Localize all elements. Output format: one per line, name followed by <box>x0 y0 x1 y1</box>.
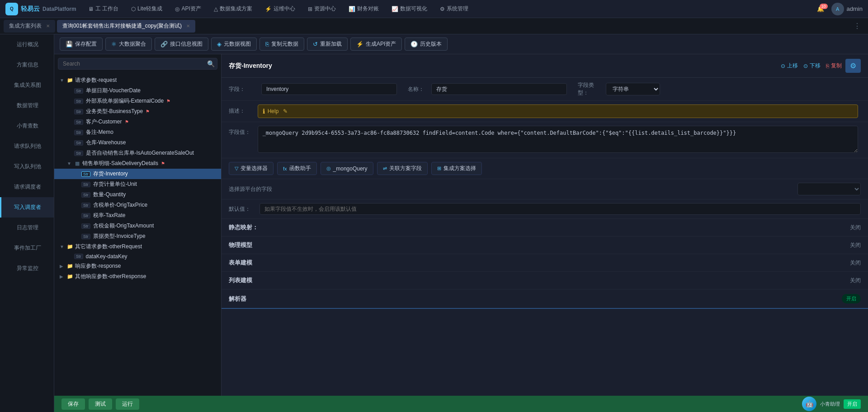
sidebar-item-write-scheduler[interactable]: 写入调度者 <box>0 197 54 218</box>
nav-lite[interactable]: ⬡ Lite轻集成 <box>127 3 167 14</box>
source-field-select[interactable] <box>797 183 861 195</box>
assistant-start-btn[interactable]: 开启 <box>844 399 861 409</box>
copy-detail-icon: ⎘ <box>826 63 829 69</box>
sidebar-item-write-queue[interactable]: 写入队列池 <box>0 156 54 177</box>
type-select[interactable]: 字符串 <box>606 83 660 95</box>
sidebar-item-anomaly[interactable]: 异常监控 <box>0 258 54 279</box>
action-btns-row: ▽ 变量选择器 fx 函数助手 ◎ _mongoQuery ⇌ 关联方案字段 <box>222 158 868 179</box>
system-icon: ⚙ <box>440 6 445 12</box>
help-icon: ℹ <box>263 108 265 115</box>
tree-node-otherresponse[interactable]: ▶ 📁 其他响应参数-otherResponse <box>54 271 221 282</box>
search-icon[interactable]: 🔍 <box>207 60 215 67</box>
tree-node-unit[interactable]: Str 存货计量单位-Unit <box>54 179 221 189</box>
workbench-icon: 🖥 <box>88 6 94 12</box>
nav-ops[interactable]: ⚡ 运维中心 <box>260 3 300 14</box>
sidebar-item-request-queue[interactable]: 请求队列池 <box>0 136 54 156</box>
tree-node-origtaxamount[interactable]: Str 含税金额-OrigTaxAmount <box>54 221 221 231</box>
bigdata-aggregate-button[interactable]: ⚛ 大数据聚合 <box>105 38 152 51</box>
data-icon: △ <box>214 6 218 12</box>
sidebar-item-data[interactable]: 数据管理 <box>0 95 54 116</box>
run-btn[interactable]: 运行 <box>116 398 139 410</box>
more-tabs-btn[interactable]: ⋮ <box>850 20 864 32</box>
link-field-btn[interactable]: ⇌ 关联方案字段 <box>377 162 428 175</box>
interface-view-button[interactable]: 🔗 接口信息视图 <box>155 38 208 51</box>
tree-node-customer[interactable]: Str 客户-Customer ⚑ <box>54 117 221 127</box>
folder-icon: 📁 <box>67 77 73 83</box>
history-button[interactable]: 🕐 历史版本 <box>405 38 448 51</box>
tree-scroll[interactable]: ▼ 📁 请求参数-request Str 单据日期-VoucherDate <box>54 73 221 412</box>
tab-list[interactable]: 集成方案列表 ✕ <box>4 20 55 33</box>
sidebar-item-query[interactable]: 小青查数 <box>0 116 54 136</box>
nav-api[interactable]: ◎ API资产 <box>170 3 205 14</box>
static-map-value: 关闭 <box>850 224 861 232</box>
logo-icon: Q <box>5 3 18 15</box>
tree-node-response[interactable]: ▶ 📁 响应参数-response <box>54 261 221 271</box>
user-menu[interactable]: A admin <box>831 3 863 15</box>
tree-node-invoicetype[interactable]: Str 票据类型-InvoiceType <box>54 231 221 242</box>
tree-node-warehouse[interactable]: Str 仓库-Warehouse <box>54 137 221 148</box>
gen-api-button[interactable]: ⚡ 生成API资产 <box>350 38 402 51</box>
field-input[interactable] <box>261 83 397 95</box>
sidebar-item-request-scheduler[interactable]: 请求调度者 <box>0 177 54 197</box>
tree-node-origtaxprice[interactable]: Str 含税单价-OrigTaxPrice <box>54 200 221 210</box>
tree-node-voucherdate[interactable]: Str 单据日期-VoucherDate <box>54 85 221 96</box>
meta-view-button[interactable]: ◈ 元数据视图 <box>211 38 257 51</box>
move-down-btn[interactable]: ⊙ 下移 <box>803 62 821 70</box>
test-btn[interactable]: 测试 <box>89 398 112 410</box>
func-icon: fx <box>283 166 287 171</box>
tree-node-externalcode[interactable]: Str 外部系统单据编码-ExternalCode ⚑ <box>54 96 221 106</box>
mongo-query-btn[interactable]: ◎ _mongoQuery <box>321 162 373 175</box>
nav-visual[interactable]: 📈 数据可视化 <box>387 3 432 14</box>
tree-node-saledetails[interactable]: ▼ ▦ 销售单明细-SaleDeliveryDetails ⚑ <box>54 158 221 169</box>
tree-node-autogenerate[interactable]: Str 是否自动销售出库单-IsAutoGenerateSaleOut <box>54 148 221 158</box>
tab-bar: 集成方案列表 ✕ 查询001帐套销售出库对接畅捷通_copy(聚合测试) ✕ ⋮ <box>0 18 868 34</box>
func-helper-btn[interactable]: fx 函数助手 <box>277 162 317 175</box>
tab-close-active[interactable]: ✕ <box>186 24 190 28</box>
sidebar-item-info[interactable]: 方案信息 <box>0 55 54 75</box>
tree-node-otherrequest[interactable]: ▼ 📁 其它请求参数-otherRequest <box>54 242 221 252</box>
tree-node-taxrate[interactable]: Str 税率-TaxRate <box>54 210 221 221</box>
search-input[interactable] <box>58 58 217 70</box>
tab-active[interactable]: 查询001帐套销售出库对接畅捷通_copy(聚合测试) ✕ <box>57 20 195 33</box>
sidebar-item-events[interactable]: 事件加工厂 <box>0 238 54 258</box>
tree-node-request[interactable]: ▼ 📁 请求参数-request <box>54 75 221 85</box>
tree-node-businesstype[interactable]: Str 业务类型-BusinessType ⚑ <box>54 106 221 117</box>
value-textarea[interactable] <box>258 126 858 153</box>
scheme-select-btn[interactable]: ⊞ 集成方案选择 <box>431 162 482 175</box>
tree-node-inventory[interactable]: Str 存货-Inventory <box>54 169 221 179</box>
sidebar-item-relation[interactable]: 集成关系图 <box>0 75 54 95</box>
tab-close-list[interactable]: ✕ <box>46 24 50 28</box>
nav-data-integration[interactable]: △ 数据集成方案 <box>209 3 257 14</box>
tree-node-datakey[interactable]: Str dataKey-dataKey <box>54 252 221 261</box>
copy-btn[interactable]: ⎘ 复制 <box>826 62 842 70</box>
save-config-button[interactable]: 💾 保存配置 <box>60 38 103 51</box>
var-selector-btn[interactable]: ▽ 变量选择器 <box>229 162 274 175</box>
tree-panel: 🔍 ▼ 📁 请求参数-request Str <box>54 54 222 412</box>
sidebar-item-logs[interactable]: 日志管理 <box>0 218 54 238</box>
reload-button[interactable]: ↺ 重新加载 <box>307 38 348 51</box>
move-up-btn[interactable]: ⊙ 上移 <box>781 62 798 70</box>
value-label: 字段值： <box>229 126 256 136</box>
main-layout: 运行概况 方案信息 集成关系图 数据管理 小青查数 请求队列池 写入队列池 请求… <box>0 34 868 412</box>
down-arrow-icon: ⊙ <box>803 63 808 69</box>
copy-meta-button[interactable]: ⎘ 复制元数据 <box>259 38 304 51</box>
notification-bell[interactable]: 🔔 10 <box>813 4 828 14</box>
nav-finance[interactable]: 📊 财务对账 <box>344 3 383 14</box>
sidebar-item-overview[interactable]: 运行概况 <box>0 34 54 55</box>
edit-icon: ✎ <box>283 108 288 114</box>
settings-btn[interactable]: ⚙ <box>845 59 861 73</box>
nav-workbench[interactable]: 🖥 工 工作台 <box>84 3 123 14</box>
default-input[interactable] <box>259 203 861 215</box>
field-label: 字段： <box>229 85 256 93</box>
list-model-label: 列表建模 <box>229 276 850 284</box>
folder-inner-icon: ▦ <box>74 161 80 166</box>
form-model-row: 表单建模 关闭 <box>222 254 868 272</box>
tree-node-quantity[interactable]: Str 数量-Quantity <box>54 189 221 200</box>
name-input[interactable] <box>431 83 567 95</box>
tree-node-memo[interactable]: Str 备注-Memo <box>54 127 221 137</box>
nav-system[interactable]: ⚙ 系统管理 <box>435 3 473 14</box>
mongo-icon: ◎ <box>326 166 331 171</box>
save-btn[interactable]: 保存 <box>61 398 85 410</box>
nav-resource[interactable]: ⊞ 资源中心 <box>303 3 340 14</box>
parser-value: 开启 <box>842 294 861 303</box>
